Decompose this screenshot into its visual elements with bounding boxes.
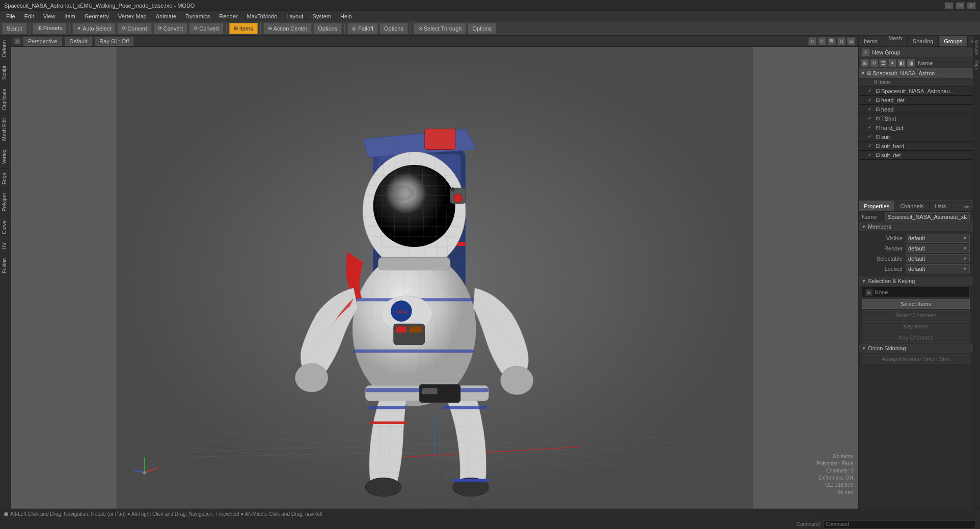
tag-groups[interactable]: Groups [974,38,980,57]
action-center-button[interactable]: ⊕ Action Center [263,23,312,34]
group-icon-btn-4[interactable]: ✦ [888,59,896,67]
list-item[interactable]: ✓ ⊡ suit [859,132,973,142]
falloff-button[interactable]: ◎ Falloff [347,23,378,34]
menu-vertex-map[interactable]: Vertex Map [114,12,151,20]
viewport-canvas[interactable]: NASA [11,47,858,509]
sidebar-tab-deform[interactable]: Deform [0,36,11,61]
sidebar-tab-polygon[interactable]: Polygon [0,188,11,215]
list-item[interactable]: ✓ ⊡ hard_det [859,123,973,132]
pt-tab-properties[interactable]: Properties [859,201,895,211]
rp-tab-mesh[interactable]: Mesh ... [883,36,908,46]
viewport-raygl-btn[interactable]: Ray GL: Off [95,37,133,46]
group-col-name: Name [916,60,971,66]
command-input[interactable] [823,520,976,528]
sidebar-tab-fusion[interactable]: Fusion [0,254,11,277]
list-item[interactable]: ✓ ⊡ TShirt [859,114,973,123]
viewport-ctrl-1[interactable]: ⟲ [808,37,816,45]
prop-render-value[interactable]: default ▼ [906,244,970,253]
options2-label: Options [384,25,403,32]
select-items-button[interactable]: Select Items [862,299,970,309]
groups-list[interactable]: ▼ ⊞ Spacesuit_NASA_Astron ... 8 Items ✓ … [859,68,973,201]
select-channels-button[interactable]: Select Channels [862,310,970,320]
sidebar-tab-curve[interactable]: Curve [0,216,11,238]
pt-tab-channels[interactable]: Channels [895,201,929,211]
group-icon-btn-6[interactable]: ◨ [907,59,915,67]
auto-select-button[interactable]: ✦ Auto Select [72,23,116,34]
prop-visible-value[interactable]: default ▼ [906,234,970,243]
rp-tab-items[interactable]: Items [859,36,883,46]
menu-file[interactable]: File [2,12,19,20]
menu-layout[interactable]: Layout [282,12,307,20]
options2-button[interactable]: Options [379,23,408,34]
viewport-perspective-btn[interactable]: Perspective [23,37,62,46]
viewport-area[interactable]: ▷ Perspective Default Ray GL: Off ⟲ ⟳ 🔍 … [11,36,858,509]
new-group-button[interactable]: + [862,48,870,57]
stat-gl: GL: 168,599 [816,482,853,489]
viewport-ctrl-4[interactable]: ⚙ [837,37,846,45]
viewport-style-btn[interactable]: Default [65,37,92,46]
presets-label: ⊞ Presets [37,25,62,32]
viewport-ctrl-5[interactable]: ⊞ [847,37,855,45]
menu-view[interactable]: View [39,12,60,20]
menu-help[interactable]: Help [336,12,356,20]
presets-button[interactable]: ⊞ Presets [33,23,67,34]
props-expand-icon[interactable]: ◂▸ [961,201,973,211]
minimize-button[interactable]: _ [944,2,954,9]
sidebar-tab-uv[interactable]: UV [0,238,11,254]
convert3-button[interactable]: ⟳ Convert [189,23,224,34]
viewport-ctrl-3[interactable]: 🔍 [828,37,836,45]
menu-item[interactable]: Item [60,12,79,20]
pt-tab-lists[interactable]: Lists [930,201,952,211]
stat-focal: 50 mm [816,489,853,496]
sidebar-tab-mesh-edit[interactable]: Mesh Edit [0,114,11,145]
convert2-button[interactable]: ⟳ Convert [153,23,188,34]
options3-button[interactable]: Options [468,23,496,34]
sidebar-tab-edge[interactable]: Edge [0,168,11,188]
members-section-header[interactable]: ▼ Members [859,222,973,231]
tag-tags[interactable]: Tags [974,58,980,72]
list-item[interactable]: ✓ ⊡ head [859,105,973,114]
group-icon-btn-5[interactable]: ◧ [897,59,906,67]
list-item[interactable]: ✓ ⊡ Spacesuit_NASA_Astronau... [859,87,973,96]
prop-selectable-value[interactable]: default ▼ [906,254,970,263]
left-sidebar: Deform Sculpt Duplicate Mesh Edit Vertex… [0,36,11,509]
key-channels-button[interactable]: Key Channels [862,332,970,343]
selection-keying-section-header[interactable]: ▼ Selection & Keying [859,276,973,286]
select-through-button[interactable]: ⊙ Select Through [414,23,466,34]
onion-skinning-section-header[interactable]: ▼ Onion Skinning [859,344,973,353]
group-icon-btn-3[interactable]: ☰ [879,59,887,67]
menu-dynamics[interactable]: Dynamics [181,12,214,20]
items-button[interactable]: ⊞ Items [229,23,258,34]
group-icon-btn-2[interactable]: ⟲ [870,59,878,67]
list-item[interactable]: ✓ ⊡ suit_hard [859,142,973,151]
rp-tab-groups[interactable]: Groups [939,36,968,46]
menu-render[interactable]: Render [215,12,241,20]
list-item[interactable]: ✓ ⊡ suit_det [859,151,973,160]
menu-geometry[interactable]: Geometry [80,12,113,20]
sidebar-tab-vertex[interactable]: Vertex [0,145,11,168]
viewport-controls: ⟲ ⟳ 🔍 ⚙ ⊞ [808,37,855,45]
assign-remove-onion-button[interactable]: Assign/Remove Onion Skin [862,354,970,364]
viewport-lock-icon[interactable]: ▷ [14,38,20,44]
maximize-button[interactable]: □ [956,2,965,9]
main-layout: Deform Sculpt Duplicate Mesh Edit Vertex… [0,36,980,509]
group-icon-btn-1[interactable]: ⊞ [861,59,869,67]
convert1-button[interactable]: ⟳ Convert [117,23,152,34]
menu-maxtomodo[interactable]: MaxToModo [242,12,281,20]
svg-rect-18 [424,129,455,149]
group-header-row[interactable]: ▼ ⊞ Spacesuit_NASA_Astron ... [859,68,973,78]
menu-animate[interactable]: Animate [152,12,180,20]
options1-button[interactable]: Options [313,23,342,34]
viewport-ctrl-2[interactable]: ⟳ [818,37,826,45]
rp-tab-shading[interactable]: Shading [908,36,939,46]
key-items-button[interactable]: Key Items [862,321,970,331]
name-input[interactable] [885,212,970,221]
sidebar-tab-sculpt[interactable]: Sculpt [0,61,11,84]
list-item[interactable]: ✓ ⊡ head_det [859,96,973,105]
sculpt-button[interactable]: Sculpt [2,23,27,34]
menu-system[interactable]: System [308,12,335,20]
sidebar-tab-duplicate[interactable]: Duplicate [0,84,11,114]
prop-locked-value[interactable]: default ▼ [906,264,970,273]
menu-edit[interactable]: Edit [20,12,38,20]
close-button[interactable]: × [967,2,976,9]
